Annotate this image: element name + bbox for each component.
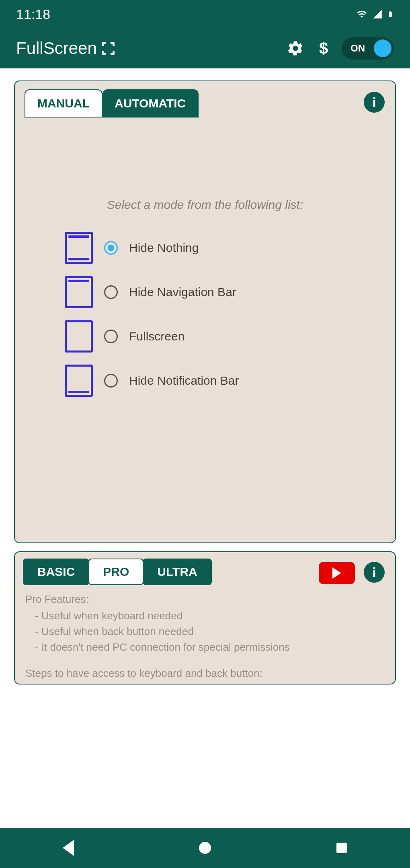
status-icons: [355, 8, 394, 20]
phone-bottombar-icon: [65, 365, 93, 397]
mode-option-fullscreen[interactable]: Fullscreen: [65, 320, 385, 353]
back-icon: [63, 840, 74, 856]
signal-icon: [371, 9, 383, 19]
master-toggle[interactable]: ON: [342, 37, 394, 60]
mode-prompt: Select a mode from the following list:: [25, 198, 385, 212]
toggle-label: ON: [351, 43, 365, 54]
plan-tab-ultra[interactable]: ULTRA: [143, 559, 211, 585]
mode-option-hide-nav[interactable]: Hide Navigation Bar: [65, 276, 385, 308]
mode-label: Hide Nothing: [129, 241, 199, 255]
plan-card: BASIC PRO ULTRA i Pro Features: Useful w…: [14, 551, 396, 685]
feature-item: Useful when keyboard needed: [35, 608, 387, 624]
plan-tab-basic[interactable]: BASIC: [23, 559, 89, 585]
app-bar: FullScreen $ ON: [0, 28, 410, 68]
fullscreen-icon: [101, 41, 115, 56]
info-icon: i: [372, 565, 376, 580]
home-icon: [199, 842, 211, 854]
steps-text: Steps to have access to keyboard and bac…: [25, 667, 387, 680]
radio: [104, 374, 118, 388]
navigation-bar: [0, 828, 410, 868]
plan-info-button[interactable]: i: [364, 562, 385, 583]
mode-option-hide-notification[interactable]: Hide Notification Bar: [65, 365, 385, 397]
mode-info-button[interactable]: i: [364, 92, 385, 113]
info-icon: i: [372, 95, 376, 110]
status-bar: 11:18: [0, 0, 410, 28]
plan-tab-pro[interactable]: PRO: [88, 559, 144, 585]
status-time: 11:18: [16, 6, 50, 22]
radio-selected: [104, 241, 118, 255]
recent-icon: [336, 843, 347, 853]
app-title: FullScreen: [16, 39, 277, 58]
mode-label: Fullscreen: [129, 330, 184, 343]
tab-manual[interactable]: MANUAL: [25, 89, 102, 118]
mode-option-hide-nothing[interactable]: Hide Nothing: [65, 232, 385, 264]
purchase-button[interactable]: $: [314, 38, 334, 58]
battery-icon: [387, 8, 394, 20]
phone-empty-icon: [65, 320, 93, 353]
wifi-icon: [355, 9, 368, 19]
mode-list: Hide Nothing Hide Navigation Bar Fullscr…: [25, 232, 385, 397]
phone-topbar-icon: [65, 276, 93, 308]
radio: [104, 330, 118, 343]
tab-automatic[interactable]: AUTOMATIC: [102, 89, 199, 118]
gear-icon: [287, 39, 304, 57]
nav-home-button[interactable]: [193, 836, 217, 860]
feature-item: It doesn't need PC connection for specia…: [35, 639, 387, 655]
mode-card: MANUAL AUTOMATIC i Select a mode from th…: [14, 80, 396, 543]
settings-button[interactable]: [285, 38, 305, 58]
radio: [104, 285, 118, 299]
mode-tabs: MANUAL AUTOMATIC: [25, 89, 385, 118]
app-title-text: FullScreen: [16, 39, 97, 58]
nav-recent-button[interactable]: [330, 836, 354, 860]
content-area: MANUAL AUTOMATIC i Select a mode from th…: [0, 68, 410, 828]
features-title: Pro Features:: [25, 593, 387, 606]
mode-label: Hide Navigation Bar: [129, 285, 236, 299]
features-list: Useful when keyboard needed Useful when …: [23, 608, 387, 655]
toggle-thumb: [374, 39, 392, 57]
feature-item: Useful when back button needed: [35, 624, 387, 639]
youtube-button[interactable]: [319, 562, 355, 584]
nav-back-button[interactable]: [56, 836, 80, 860]
mode-label: Hide Notification Bar: [129, 374, 239, 388]
phone-full-icon: [65, 232, 93, 264]
